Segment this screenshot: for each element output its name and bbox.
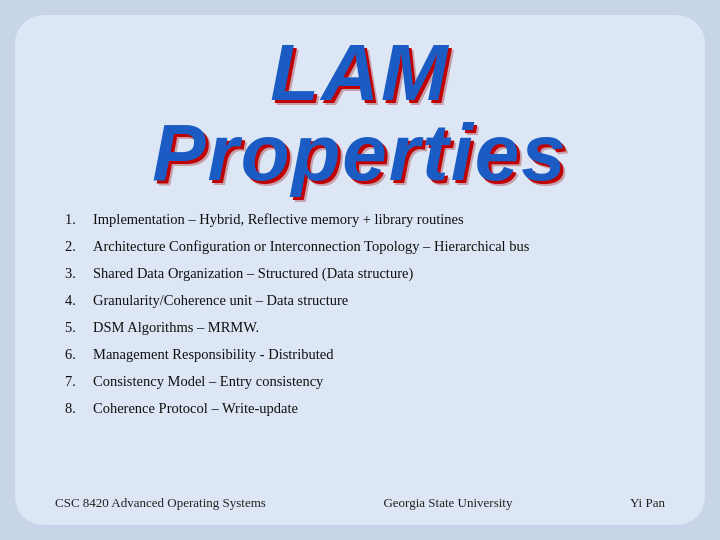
list-text: Implementation – Hybrid, Reflective memo… bbox=[93, 211, 464, 228]
list-text: DSM Algorithms – MRMW. bbox=[93, 319, 259, 336]
slide-container: LAM Properties 1.Implementation – Hybrid… bbox=[15, 15, 705, 525]
list-number: 1. bbox=[65, 211, 93, 228]
slide-title: LAM Properties bbox=[55, 33, 665, 193]
list-number: 7. bbox=[65, 373, 93, 390]
list-number: 5. bbox=[65, 319, 93, 336]
list-text: Granularity/Coherence unit – Data struct… bbox=[93, 292, 348, 309]
list-item: 6.Management Responsibility - Distribute… bbox=[65, 346, 665, 363]
list-number: 8. bbox=[65, 400, 93, 417]
footer-left: CSC 8420 Advanced Operating Systems bbox=[55, 495, 266, 511]
list-number: 3. bbox=[65, 265, 93, 282]
list-item: 8.Coherence Protocol – Write-update bbox=[65, 400, 665, 417]
list-number: 4. bbox=[65, 292, 93, 309]
title-area: LAM Properties bbox=[55, 33, 665, 193]
footer: CSC 8420 Advanced Operating Systems Geor… bbox=[55, 489, 665, 511]
list-text: Coherence Protocol – Write-update bbox=[93, 400, 298, 417]
list-number: 6. bbox=[65, 346, 93, 363]
footer-right: Yi Pan bbox=[630, 495, 665, 511]
list-text: Management Responsibility - Distributed bbox=[93, 346, 333, 363]
list-text: Architecture Configuration or Interconne… bbox=[93, 238, 529, 255]
content-area: 1.Implementation – Hybrid, Reflective me… bbox=[55, 211, 665, 489]
list-item: 2.Architecture Configuration or Intercon… bbox=[65, 238, 665, 255]
list-item: 7.Consistency Model – Entry consistency bbox=[65, 373, 665, 390]
list-item: 4.Granularity/Coherence unit – Data stru… bbox=[65, 292, 665, 309]
footer-center: Georgia State University bbox=[383, 495, 512, 511]
list-number: 2. bbox=[65, 238, 93, 255]
list-text: Shared Data Organization – Structured (D… bbox=[93, 265, 413, 282]
list-item: 5.DSM Algorithms – MRMW. bbox=[65, 319, 665, 336]
list-text: Consistency Model – Entry consistency bbox=[93, 373, 323, 390]
list-item: 3.Shared Data Organization – Structured … bbox=[65, 265, 665, 282]
list-item: 1.Implementation – Hybrid, Reflective me… bbox=[65, 211, 665, 228]
